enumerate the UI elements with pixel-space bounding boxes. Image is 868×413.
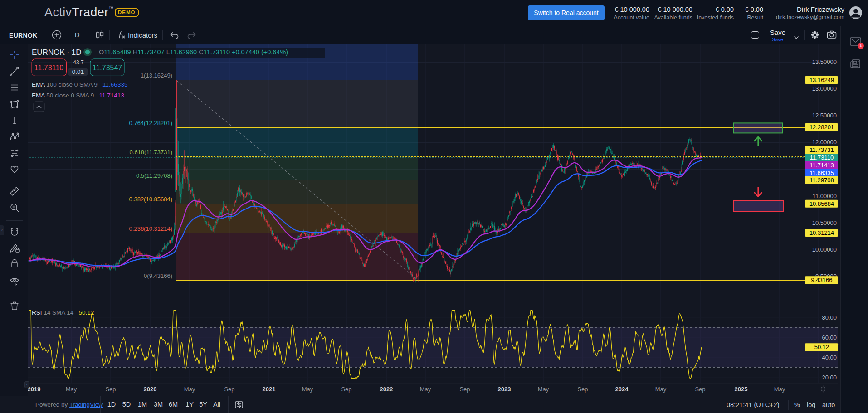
svg-text:13.00000: 13.00000 [812, 85, 837, 92]
svg-text:2021: 2021 [263, 386, 276, 393]
svg-text:2025: 2025 [735, 386, 748, 393]
svg-text:May: May [538, 386, 549, 393]
svg-text:11.73731: 11.73731 [809, 146, 834, 153]
svg-text:Sep: Sep [459, 386, 470, 393]
svg-text:12.50000: 12.50000 [812, 112, 837, 119]
svg-text:10.50000: 10.50000 [812, 219, 837, 226]
svg-text:May: May [655, 386, 667, 393]
svg-text:50.12: 50.12 [814, 344, 829, 350]
svg-text:11.73547: 11.73547 [93, 64, 122, 72]
svg-text:Sep: Sep [577, 386, 588, 393]
svg-text:0.382(10.85684): 0.382(10.85684) [129, 196, 172, 203]
svg-text:May: May [184, 386, 195, 393]
svg-text:0.618(11.73731): 0.618(11.73731) [130, 149, 172, 155]
svg-text:May: May [774, 386, 785, 393]
svg-text:May: May [420, 386, 431, 393]
svg-text:Sep: Sep [224, 386, 234, 393]
svg-text:10.85684: 10.85684 [809, 200, 834, 207]
svg-text:1(13.16249): 1(13.16249) [141, 72, 172, 79]
svg-text:12.28201: 12.28201 [809, 124, 834, 131]
svg-text:0.01: 0.01 [72, 68, 84, 75]
svg-text:2023: 2023 [498, 386, 511, 393]
svg-text:0.5(11.29708): 0.5(11.29708) [136, 172, 172, 179]
svg-text:20.00: 20.00 [822, 374, 837, 381]
svg-text:May: May [302, 386, 313, 393]
svg-text:0.764(12.28201): 0.764(12.28201) [129, 120, 172, 126]
svg-text:EMA 100 close 0 SMA 9 11.663: EMA 100 close 0 SMA 9 11.66335 [32, 81, 127, 88]
svg-text:40.00: 40.00 [822, 354, 837, 361]
svg-text:Sep: Sep [695, 386, 705, 393]
svg-text:80.00: 80.00 [822, 314, 837, 321]
svg-text:10.31214: 10.31214 [809, 229, 834, 236]
svg-text:11.73110: 11.73110 [810, 154, 834, 161]
svg-text:0.236(10.31214): 0.236(10.31214) [129, 225, 172, 232]
svg-text:10.00000: 10.00000 [812, 246, 837, 253]
svg-text:EMA 50 close 0 SMA 9 11.7141: EMA 50 close 0 SMA 9 11.71413 [32, 92, 124, 99]
svg-text:Sep: Sep [341, 386, 351, 393]
svg-text:2022: 2022 [380, 386, 393, 393]
svg-text:May: May [66, 386, 77, 393]
svg-text:60.00: 60.00 [822, 334, 837, 341]
svg-text:11.66335: 11.66335 [809, 170, 834, 176]
svg-text:11.00000: 11.00000 [813, 193, 837, 199]
svg-text:11.29708: 11.29708 [809, 177, 834, 184]
svg-text:13.50000: 13.50000 [812, 58, 837, 65]
svg-text:11.73110: 11.73110 [34, 64, 63, 72]
svg-text:Sep: Sep [105, 386, 116, 393]
svg-text:2019: 2019 [28, 386, 40, 393]
svg-text:RSI 14 SMA 14 50.12: RSI 14 SMA 14 50.12 [32, 309, 94, 316]
svg-text:0(9.43166): 0(9.43166) [144, 272, 172, 279]
svg-text:12.00000: 12.00000 [812, 139, 837, 146]
svg-text:13.16249: 13.16249 [809, 77, 834, 83]
svg-text:2020: 2020 [144, 386, 157, 393]
svg-text:EURNOK · 1D: EURNOK · 1D [32, 48, 82, 57]
svg-text:2024: 2024 [615, 386, 629, 393]
svg-text:43.7: 43.7 [73, 59, 84, 66]
svg-text:11.71413: 11.71413 [809, 162, 834, 169]
svg-text:9.43166: 9.43166 [811, 277, 833, 283]
svg-text:O11.65489 H11.73407 L11.62960: O11.65489 H11.73407 L11.62960 C11.73110 … [99, 49, 288, 56]
